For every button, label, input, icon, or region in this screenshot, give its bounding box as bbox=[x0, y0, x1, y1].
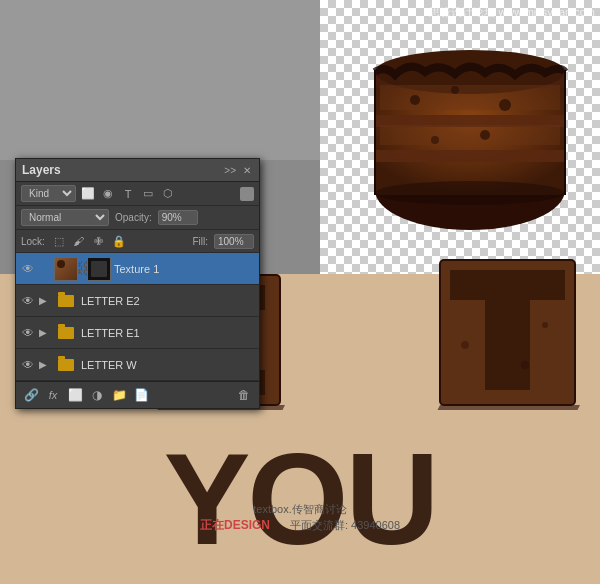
filter-shape-icon[interactable]: ▭ bbox=[140, 186, 156, 202]
lock-icons: ⬚ 🖌 ✙ 🔒 bbox=[51, 233, 187, 249]
folder-graphic-e1 bbox=[58, 327, 74, 339]
lock-label: Lock: bbox=[21, 236, 45, 247]
bottom-watermark: textbox.传智商讨论 正在DESIGN 平面交流群: 43940608 bbox=[200, 502, 400, 534]
layer-name-letter-e1: LETTER E1 bbox=[81, 327, 255, 339]
layer-row-texture1[interactable]: 👁 ⛓ Texture 1 bbox=[16, 253, 259, 285]
you-text: YOU bbox=[0, 434, 600, 564]
visibility-icon-letter-w[interactable]: 👁 bbox=[20, 357, 36, 373]
layer-row-letter-e2[interactable]: 👁 ▶ LETTER E2 bbox=[16, 285, 259, 317]
watermark-main-text: textbox.传智商讨论 bbox=[200, 502, 400, 517]
watermark-design-label: 正在DESIGN bbox=[200, 517, 270, 534]
visibility-icon-letter-e2[interactable]: 👁 bbox=[20, 293, 36, 309]
visibility-icon-texture1[interactable]: 👁 bbox=[20, 261, 36, 277]
filter-adjust-icon[interactable]: ◉ bbox=[100, 186, 116, 202]
layer-mask-texture1 bbox=[87, 257, 111, 281]
block-t bbox=[435, 255, 580, 414]
svg-rect-28 bbox=[485, 270, 530, 390]
svg-point-15 bbox=[375, 181, 565, 205]
svg-point-30 bbox=[461, 341, 469, 349]
thumb-separator: ⛓ bbox=[81, 257, 84, 281]
letter-t-block bbox=[435, 255, 580, 410]
blend-mode-select[interactable]: Normal Multiply Screen bbox=[21, 209, 109, 226]
kind-select[interactable]: Kind bbox=[21, 185, 76, 202]
panel-expand-btn[interactable]: >> bbox=[222, 164, 238, 177]
filter-smart-icon[interactable]: ⬡ bbox=[160, 186, 176, 202]
folder-icon-e2 bbox=[54, 289, 78, 313]
layer-arrow-e1[interactable]: ▶ bbox=[39, 327, 51, 338]
adjustment-icon[interactable]: ◑ bbox=[88, 386, 106, 404]
layers-panel: Layers >> ✕ Kind ⬜ ◉ T ▭ ⬡ Normal Multip… bbox=[15, 158, 260, 409]
filter-pixel-icon[interactable]: ⬜ bbox=[80, 186, 96, 202]
canvas-gray-bg bbox=[0, 0, 320, 160]
fill-label: Fill: bbox=[192, 236, 208, 247]
lock-position-icon[interactable]: ✙ bbox=[91, 233, 107, 249]
fill-input[interactable] bbox=[214, 234, 254, 249]
svg-rect-4 bbox=[375, 150, 565, 162]
filter-toggle-btn[interactable] bbox=[240, 187, 254, 201]
blend-opacity-row: Normal Multiply Screen Opacity: bbox=[16, 206, 259, 230]
svg-rect-9 bbox=[380, 125, 560, 145]
lock-paint-icon[interactable]: 🖌 bbox=[71, 233, 87, 249]
kind-filter-row: Kind ⬜ ◉ T ▭ ⬡ bbox=[16, 182, 259, 206]
layer-name-letter-w: LETTER W bbox=[81, 359, 255, 371]
new-layer-icon[interactable]: 📄 bbox=[132, 386, 150, 404]
svg-point-11 bbox=[451, 86, 459, 94]
svg-point-12 bbox=[499, 99, 511, 111]
svg-point-14 bbox=[480, 130, 490, 140]
lock-all-icon[interactable]: 🔒 bbox=[111, 233, 127, 249]
svg-point-31 bbox=[542, 322, 548, 328]
folder-graphic-w bbox=[58, 359, 74, 371]
cake-svg bbox=[355, 10, 585, 250]
visibility-icon-letter-e1[interactable]: 👁 bbox=[20, 325, 36, 341]
fx-icon[interactable]: fx bbox=[44, 386, 62, 404]
link-layers-icon[interactable]: 🔗 bbox=[22, 386, 40, 404]
panel-close-btn[interactable]: ✕ bbox=[241, 164, 253, 177]
top-watermark: 思缘设计论坛 www.missyuan.com bbox=[429, 5, 595, 20]
delete-layer-icon[interactable]: 🗑 bbox=[235, 386, 253, 404]
panel-footer: 🔗 fx ⬜ ◑ 📁 📄 🗑 bbox=[16, 381, 259, 408]
layer-thumb-texture1 bbox=[54, 257, 78, 281]
layer-name-letter-e2: LETTER E2 bbox=[81, 295, 255, 307]
layer-arrow-w[interactable]: ▶ bbox=[39, 359, 51, 370]
layer-arrow-e2[interactable]: ▶ bbox=[39, 295, 51, 306]
svg-point-10 bbox=[410, 95, 420, 105]
layer-row-letter-e1[interactable]: 👁 ▶ LETTER E1 bbox=[16, 317, 259, 349]
svg-rect-8 bbox=[380, 85, 560, 110]
lock-pixels-icon[interactable]: ⬚ bbox=[51, 233, 67, 249]
cake-image bbox=[355, 10, 585, 250]
svg-point-13 bbox=[431, 136, 439, 144]
new-group-icon[interactable]: 📁 bbox=[110, 386, 128, 404]
svg-point-32 bbox=[521, 361, 529, 369]
folder-icon-e1 bbox=[54, 321, 78, 345]
layer-row-letter-w[interactable]: 👁 ▶ LETTER W bbox=[16, 349, 259, 381]
folder-graphic-e2 bbox=[58, 295, 74, 307]
watermark-group: 平面交流群: 43940608 bbox=[290, 518, 400, 533]
filter-text-icon[interactable]: T bbox=[120, 186, 136, 202]
panel-header: Layers >> ✕ bbox=[16, 159, 259, 182]
add-mask-icon[interactable]: ⬜ bbox=[66, 386, 84, 404]
opacity-input[interactable] bbox=[158, 210, 198, 225]
panel-title: Layers bbox=[22, 163, 61, 177]
lock-fill-row: Lock: ⬚ 🖌 ✙ 🔒 Fill: bbox=[16, 230, 259, 253]
folder-icon-w bbox=[54, 353, 78, 377]
panel-controls: >> ✕ bbox=[222, 164, 253, 177]
opacity-label: Opacity: bbox=[115, 212, 152, 223]
layer-name-texture1: Texture 1 bbox=[114, 263, 255, 275]
